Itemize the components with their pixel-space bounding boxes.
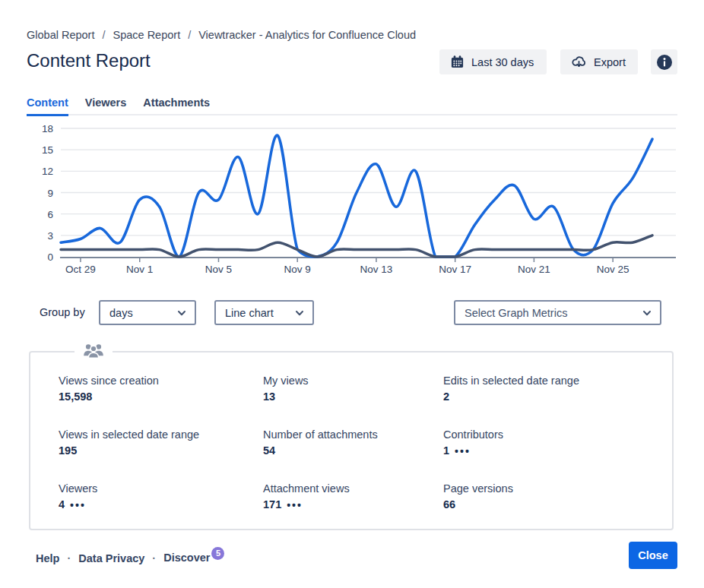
svg-text:3: 3 [47, 230, 53, 242]
stat-number: 15,598 [59, 390, 92, 403]
group-by-select[interactable]: days [99, 300, 196, 325]
stat-item-views-since-creation: Views since creation15,598 [59, 375, 263, 403]
stat-label: Views in selected date range [59, 428, 263, 441]
stat-label: Contributors [443, 428, 579, 441]
statistics-panel: Views since creation15,598My views13Edit… [29, 351, 674, 530]
stat-label: Page versions [443, 482, 579, 495]
stat-label: Views since creation [59, 375, 263, 387]
stat-number: 13 [263, 390, 275, 403]
svg-text:Nov 9: Nov 9 [284, 264, 311, 275]
stat-value: 4••• [59, 498, 263, 511]
help-link[interactable]: Help [36, 552, 59, 564]
svg-text:Nov 5: Nov 5 [205, 264, 232, 275]
navy-line [61, 236, 652, 257]
tab-attachments[interactable]: Attachments [143, 96, 210, 116]
svg-text:18: 18 [42, 123, 53, 134]
stat-value: 2 [443, 390, 579, 403]
svg-text:Nov 25: Nov 25 [597, 264, 629, 275]
stat-number: 171 [263, 498, 281, 511]
footer-separator: · [152, 552, 156, 564]
discover-count-badge: 5 [211, 547, 224, 560]
svg-text:Nov 17: Nov 17 [439, 264, 471, 275]
breadcrumb: Global Report/Space Report/Viewtracker -… [27, 29, 416, 41]
stat-value: 195 [59, 444, 263, 457]
expand-dots-icon[interactable]: ••• [70, 500, 86, 511]
stat-number: 66 [443, 498, 455, 511]
breadcrumb-separator: / [102, 29, 105, 41]
stat-number: 1 [443, 444, 449, 457]
stat-item-number-of-attachments: Number of attachments54 [263, 428, 443, 457]
stat-item-contributors: Contributors1••• [443, 428, 579, 457]
cloud-download-icon [571, 54, 587, 70]
page-title: Content Report [27, 50, 151, 71]
stat-item-page-versions: Page versions66 [443, 482, 579, 511]
stat-number: 195 [59, 444, 77, 457]
stats-grid: Views since creation15,598My views13Edit… [59, 375, 579, 511]
stat-label: Attachment views [263, 482, 443, 495]
breadcrumb-link-global-report[interactable]: Global Report [27, 29, 94, 41]
chart-type-select[interactable]: Line chart [214, 300, 314, 325]
group-by-label: Group by [40, 306, 85, 318]
stat-item-my-views: My views13 [263, 375, 443, 403]
stat-label: Viewers [59, 482, 263, 495]
report-tabs: ContentViewersAttachments [27, 96, 210, 116]
tab-content[interactable]: Content [27, 96, 68, 116]
discover-link[interactable]: Discover5 [163, 552, 224, 565]
svg-text:6: 6 [47, 209, 53, 220]
group-by-value: days [109, 307, 133, 319]
expand-dots-icon[interactable]: ••• [287, 500, 303, 511]
stat-item-views-in-selected-date-range: Views in selected date range195 [59, 428, 263, 457]
chevron-down-icon [176, 308, 187, 318]
content-views-line-chart: 0369121518Oct 29Nov 1Nov 5Nov 9Nov 13Nov… [27, 119, 677, 280]
expand-dots-icon[interactable]: ••• [455, 446, 471, 457]
chevron-down-icon [642, 308, 652, 318]
stat-item-attachment-views: Attachment views171••• [263, 482, 443, 511]
footer-links: Help·Data Privacy·Discover5 [36, 552, 224, 565]
stat-number: 2 [443, 390, 449, 403]
stat-value: 13 [263, 390, 443, 403]
stat-item-viewers: Viewers4••• [59, 482, 263, 511]
breadcrumb-link-space-report[interactable]: Space Report [113, 29, 181, 41]
stat-value: 1••• [443, 444, 579, 457]
data-privacy-link[interactable]: Data Privacy [78, 552, 144, 564]
blue-line [61, 135, 652, 257]
stat-item-edits-in-selected-date-range: Edits in selected date range2 [443, 375, 579, 403]
info-button[interactable] [651, 49, 677, 74]
svg-text:15: 15 [42, 144, 53, 156]
stat-label: Number of attachments [263, 428, 443, 441]
info-icon [656, 54, 673, 71]
close-button[interactable]: Close [629, 542, 677, 569]
footer-separator: · [67, 552, 71, 564]
stat-number: 4 [59, 498, 65, 511]
breadcrumb-separator: / [188, 29, 191, 41]
svg-text:Nov 13: Nov 13 [360, 264, 393, 275]
date-range-label: Last 30 days [471, 56, 534, 68]
date-range-button[interactable]: Last 30 days [439, 49, 547, 74]
export-button[interactable]: Export [560, 49, 638, 74]
people-group-icon [75, 343, 113, 359]
tab-viewers[interactable]: Viewers [85, 96, 127, 116]
graph-metrics-select[interactable]: Select Graph Metrics [454, 300, 661, 325]
breadcrumb-link-viewtracker-analytics-for-confluence-cloud[interactable]: Viewtracker - Analytics for Confluence C… [198, 29, 416, 41]
stat-label: Edits in selected date range [443, 375, 579, 387]
calendar-icon [450, 55, 465, 69]
chart-type-value: Line chart [225, 307, 274, 319]
svg-text:12: 12 [42, 166, 53, 177]
stat-value: 15,598 [59, 390, 263, 403]
export-label: Export [594, 56, 626, 68]
svg-text:Nov 1: Nov 1 [126, 264, 153, 275]
chevron-down-icon [294, 308, 305, 318]
svg-text:Nov 21: Nov 21 [518, 264, 550, 275]
svg-text:0: 0 [47, 251, 53, 263]
graph-metrics-placeholder: Select Graph Metrics [465, 307, 567, 319]
stat-value: 54 [263, 444, 443, 457]
svg-text:Oct 29: Oct 29 [65, 264, 96, 275]
stat-label: My views [263, 375, 443, 387]
stat-value: 66 [443, 498, 579, 511]
stat-number: 54 [263, 444, 275, 457]
stat-value: 171••• [263, 498, 443, 511]
svg-text:9: 9 [47, 188, 53, 199]
